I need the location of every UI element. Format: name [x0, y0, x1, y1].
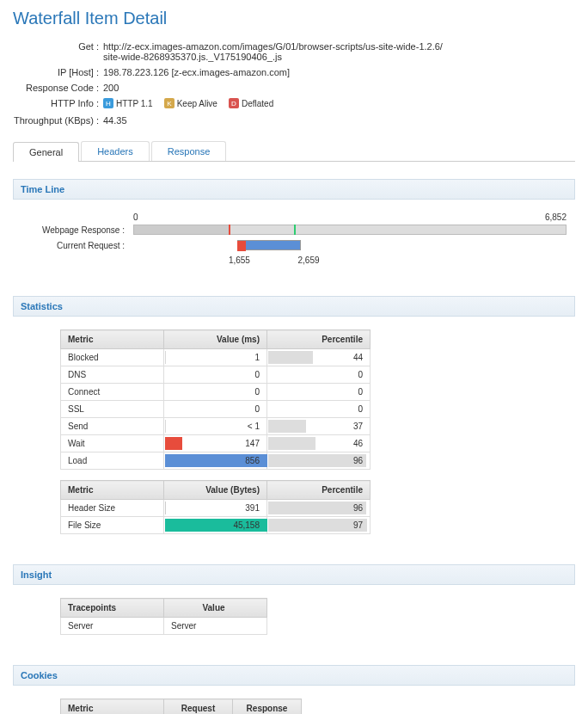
- metric-cell: SSL: [61, 401, 164, 418]
- timeline-current: Current Request :: [21, 240, 567, 250]
- label: Response Code :: [13, 83, 103, 93]
- cur-start: 1,655: [229, 255, 250, 265]
- info-http: HTTP Info : H HTTP 1.1 K Keep Alive D De…: [13, 98, 575, 110]
- value: H HTTP 1.1 K Keep Alive D Deflated: [103, 98, 575, 110]
- table-row: Blocked 1 44: [61, 349, 371, 366]
- pct-cell: 46: [267, 435, 371, 452]
- deflated-icon: D: [229, 98, 239, 108]
- metric-cell: Header Size: [61, 500, 164, 517]
- value-cell: 0: [164, 366, 267, 384]
- section-statistics-header: Statistics: [13, 296, 575, 317]
- metric-cell: Connect: [61, 384, 164, 401]
- label: HTTP Info :: [13, 98, 103, 110]
- metric-cell: Send: [61, 418, 164, 435]
- value-cell: 45,158: [164, 517, 267, 534]
- cookies-table: Metric Request Response Size (Bytes)00Co…: [60, 699, 302, 714]
- col-metric: Metric: [61, 330, 164, 349]
- col-request: Request: [164, 699, 233, 715]
- tab-general[interactable]: General: [13, 142, 79, 162]
- value-cell: 0: [164, 401, 267, 418]
- section-cookies-header: Cookies: [13, 665, 575, 686]
- col-metric: Metric: [61, 699, 164, 715]
- metric-cell: Load: [61, 452, 164, 470]
- val-cell: Server: [164, 618, 267, 635]
- table-row: Wait 147 46: [61, 435, 371, 452]
- stats-bytes-table: Metric Value (Bytes) Percentile Header S…: [60, 480, 371, 534]
- keep-alive-icon: K: [164, 98, 175, 108]
- current-bar: [237, 240, 301, 250]
- pct-cell: 0: [267, 384, 371, 401]
- stats-ms-table: Metric Value (ms) Percentile Blocked 1 4…: [60, 329, 371, 470]
- col-tracepoints: Tracepoints: [61, 599, 164, 618]
- metric-cell: DNS: [61, 366, 164, 384]
- metric-cell: File Size: [61, 517, 164, 534]
- timeline-start: 0: [133, 212, 138, 222]
- pct-cell: 96: [267, 500, 371, 517]
- info-get: Get : http://z-ecx.images-amazon.com/ima…: [13, 41, 575, 62]
- section-insight-header: Insight: [13, 564, 575, 585]
- tabs: General Headers Response: [13, 141, 575, 162]
- http-icon: H: [103, 98, 113, 108]
- value: 44.35: [103, 115, 575, 126]
- metric-cell: Blocked: [61, 349, 164, 366]
- metric-cell: Wait: [61, 435, 164, 452]
- table-row: SSL 0 0: [61, 401, 371, 418]
- value-cell: 0: [164, 384, 267, 401]
- label: Get :: [13, 41, 103, 62]
- value-cell: 147: [164, 435, 267, 452]
- col-metric: Metric: [61, 481, 164, 500]
- label: IP [Host] :: [13, 67, 103, 77]
- section-timeline-header: Time Line: [13, 179, 575, 200]
- col-value: Value (ms): [164, 330, 267, 349]
- info-throughput: Throughput (KBps) : 44.35: [13, 115, 575, 126]
- svg-text:K: K: [167, 100, 172, 108]
- tab-response[interactable]: Response: [151, 141, 227, 161]
- value-cell: < 1: [164, 418, 267, 435]
- col-value: Value: [164, 599, 267, 618]
- keep-alive-tag: K Keep Alive: [164, 98, 217, 108]
- svg-text:D: D: [231, 100, 236, 108]
- pct-cell: 96: [267, 452, 371, 470]
- tp-cell: Server: [61, 618, 164, 635]
- deflated-tag: D Deflated: [229, 98, 273, 108]
- value: 200: [103, 83, 575, 93]
- value-cell: 856: [164, 452, 267, 470]
- value-cell: 391: [164, 500, 267, 517]
- table-row: Send < 1 37: [61, 418, 371, 435]
- label: Webpage Response :: [21, 225, 133, 235]
- table-row: ServerServer: [61, 618, 267, 635]
- col-response: Response: [233, 699, 302, 715]
- label: Current Request :: [21, 241, 133, 250]
- http-11-tag: H HTTP 1.1: [103, 98, 153, 108]
- table-row: Header Size 391 96: [61, 500, 371, 517]
- info-code: Response Code : 200: [13, 83, 575, 93]
- label: Throughput (KBps) :: [13, 115, 103, 126]
- pct-cell: 97: [267, 517, 371, 534]
- webpage-track: [133, 225, 567, 235]
- pct-cell: 0: [267, 366, 371, 384]
- value-cell: 1: [164, 349, 267, 366]
- table-row: File Size 45,158 97: [61, 517, 371, 534]
- cur-end: 2,659: [298, 255, 320, 265]
- svg-text:H: H: [106, 100, 111, 108]
- insight-table: Tracepoints Value ServerServer: [60, 598, 267, 635]
- table-row: Connect 0 0: [61, 384, 371, 401]
- pct-cell: 37: [267, 418, 371, 435]
- info-ip: IP [Host] : 198.78.223.126 [z-ecx.images…: [13, 67, 575, 77]
- col-pct: Percentile: [267, 481, 371, 500]
- timeline-webpage: Webpage Response :: [21, 225, 567, 235]
- col-value: Value (Bytes): [164, 481, 267, 500]
- value: 198.78.223.126 [z-ecx.images-amazon.com]: [103, 67, 575, 77]
- table-row: DNS 0 0: [61, 366, 371, 384]
- pct-cell: 44: [267, 349, 371, 366]
- value: http://z-ecx.images-amazon.com/images/G/…: [103, 41, 447, 62]
- page-title: Waterfall Item Detail: [13, 9, 575, 28]
- tab-headers[interactable]: Headers: [81, 141, 150, 161]
- table-row: Load 856 96: [61, 452, 371, 470]
- timeline-end: 6,852: [545, 212, 567, 222]
- pct-cell: 0: [267, 401, 371, 418]
- col-pct: Percentile: [267, 330, 371, 349]
